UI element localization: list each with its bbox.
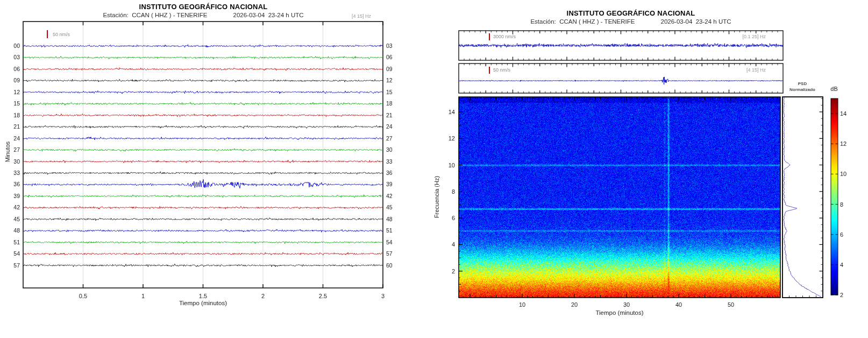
svg-text:33: 33 xyxy=(13,170,20,176)
svg-text:33: 33 xyxy=(386,158,393,165)
svg-text:2.5: 2.5 xyxy=(319,293,327,299)
svg-text:06: 06 xyxy=(386,54,393,60)
svg-text:12: 12 xyxy=(449,135,455,142)
right-ylabel: Frecuencia (Hz) xyxy=(433,176,440,218)
svg-text:30: 30 xyxy=(386,146,393,153)
plots-overlay-svg: 0.511.522.530003030606090912121515181821… xyxy=(0,0,868,338)
left-station-label: Estación: CCAN ( HHZ ) - TENERIFE xyxy=(103,12,207,18)
svg-text:57: 57 xyxy=(386,250,393,257)
strip1-filter-band-label: [0.1 25] Hz xyxy=(696,34,766,39)
svg-text:06: 06 xyxy=(13,66,20,72)
svg-text:45: 45 xyxy=(386,204,393,210)
svg-text:10: 10 xyxy=(840,171,846,177)
right-station-label: Estación: CCAN ( HHZ ) - TENERIFE xyxy=(530,18,635,25)
svg-text:3: 3 xyxy=(381,293,385,299)
left-scale-bar-icon xyxy=(47,30,48,38)
colorbar-unit-label: dB xyxy=(826,86,842,92)
left-filter-band-label: [4 15] Hz xyxy=(301,13,371,19)
helicorder-plot: 0.511.522.530003030606090912121515181821… xyxy=(13,22,393,299)
svg-text:12: 12 xyxy=(13,89,20,95)
psd-panel xyxy=(782,97,823,298)
seismic-monitor-screenshot: 0.511.522.530003030606090912121515181821… xyxy=(0,0,868,338)
svg-text:4: 4 xyxy=(840,262,843,268)
strip2-scale-bar-icon xyxy=(489,67,490,74)
spectrogram-axes: 10203040502468101214 xyxy=(449,97,780,308)
svg-text:0.5: 0.5 xyxy=(79,293,87,299)
svg-text:39: 39 xyxy=(13,193,20,199)
left-panel-title: INSTITUTO GEOGRÁFICO NACIONAL xyxy=(0,3,407,11)
right-datetime-label: 2026-03-04 23-24 h UTC xyxy=(660,18,731,25)
svg-text:48: 48 xyxy=(13,227,20,234)
svg-text:21: 21 xyxy=(13,123,20,130)
svg-text:4: 4 xyxy=(452,241,455,248)
svg-text:10: 10 xyxy=(519,301,525,308)
right-panel-title: INSTITUTO GEOGRÁFICO NACIONAL xyxy=(459,9,803,17)
strip1-trace xyxy=(459,43,783,48)
psd-panel-title: PSD Normalizado xyxy=(781,81,824,93)
svg-text:45: 45 xyxy=(13,216,20,222)
svg-text:21: 21 xyxy=(386,112,393,118)
svg-text:15: 15 xyxy=(386,89,393,95)
left-xlabel: Tiempo (minutos) xyxy=(23,300,383,306)
left-scale-label: 50 nm/s xyxy=(53,32,70,37)
svg-text:42: 42 xyxy=(13,204,20,210)
svg-text:12: 12 xyxy=(840,140,846,147)
left-ylabel: Minutos xyxy=(4,142,11,163)
svg-text:14: 14 xyxy=(840,110,846,117)
left-datetime-label: 2026-03-04 23-24 h UTC xyxy=(233,12,303,18)
right-panel-subtitle: Estación: CCAN ( HHZ ) - TENERIFE 2026-0… xyxy=(459,18,803,25)
strip2-trace xyxy=(459,77,783,84)
svg-text:1: 1 xyxy=(141,293,145,299)
svg-text:51: 51 xyxy=(386,227,393,234)
svg-text:36: 36 xyxy=(386,170,393,176)
svg-text:09: 09 xyxy=(386,66,393,72)
svg-text:48: 48 xyxy=(386,216,393,222)
svg-text:18: 18 xyxy=(386,100,393,107)
psd-title-line1: PSD xyxy=(781,81,824,87)
svg-text:54: 54 xyxy=(13,250,20,257)
strip1-scale-label: 3000 nm/s xyxy=(493,34,516,39)
svg-text:10: 10 xyxy=(449,162,455,168)
colorbar: 2468101214 xyxy=(831,98,846,298)
svg-text:03: 03 xyxy=(13,54,20,60)
svg-text:8: 8 xyxy=(840,201,843,208)
strip-traces xyxy=(459,31,783,93)
svg-text:1.5: 1.5 xyxy=(199,293,207,299)
svg-text:30: 30 xyxy=(13,158,20,165)
svg-text:18: 18 xyxy=(13,112,20,118)
svg-text:39: 39 xyxy=(386,181,393,187)
svg-text:42: 42 xyxy=(386,193,393,199)
svg-text:6: 6 xyxy=(452,215,455,221)
psd-title-line2: Normalizado xyxy=(781,87,824,93)
svg-text:60: 60 xyxy=(386,262,393,269)
svg-text:00: 00 xyxy=(13,43,20,49)
svg-text:8: 8 xyxy=(452,188,455,195)
svg-text:51: 51 xyxy=(13,239,20,245)
svg-text:20: 20 xyxy=(571,301,578,308)
svg-text:2: 2 xyxy=(840,292,843,298)
svg-text:54: 54 xyxy=(386,239,393,245)
svg-text:2: 2 xyxy=(452,268,455,274)
svg-text:09: 09 xyxy=(13,77,20,83)
strip2-filter-band-label: [4 15] Hz xyxy=(696,67,766,73)
svg-text:40: 40 xyxy=(675,301,682,308)
svg-text:36: 36 xyxy=(13,181,20,187)
svg-text:2: 2 xyxy=(261,293,265,299)
right-xlabel: Tiempo (minutos) xyxy=(459,309,780,316)
svg-text:27: 27 xyxy=(386,135,393,142)
svg-text:24: 24 xyxy=(13,135,20,142)
svg-text:27: 27 xyxy=(13,146,20,153)
svg-text:12: 12 xyxy=(386,77,393,83)
svg-text:30: 30 xyxy=(623,301,630,308)
svg-text:15: 15 xyxy=(13,100,20,107)
strip2-scale-label: 50 nm/s xyxy=(493,67,510,73)
svg-text:14: 14 xyxy=(449,109,455,115)
strip1-scale-bar-icon xyxy=(489,33,490,40)
svg-text:57: 57 xyxy=(13,262,20,269)
svg-text:03: 03 xyxy=(386,43,393,49)
svg-text:24: 24 xyxy=(386,123,393,130)
svg-text:50: 50 xyxy=(728,301,734,308)
svg-text:6: 6 xyxy=(840,231,843,238)
